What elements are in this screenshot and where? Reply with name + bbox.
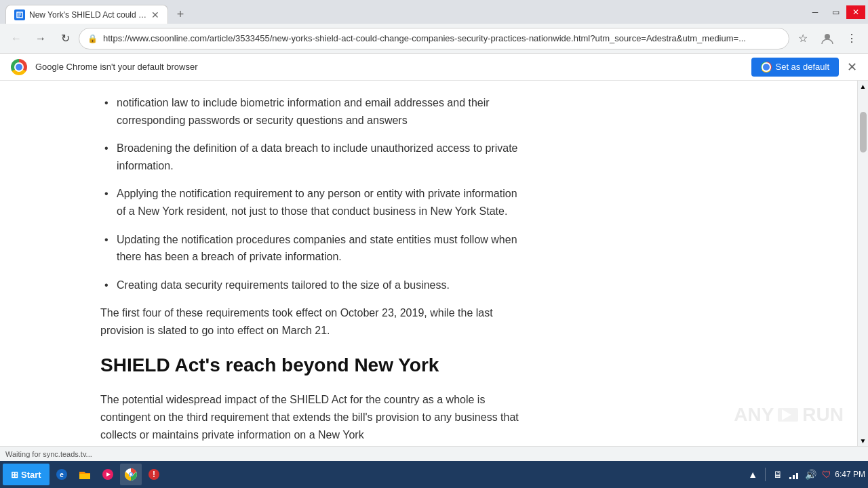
menu-button[interactable]: ⋮ <box>841 28 863 49</box>
tray-antivirus-icon[interactable]: 🛡 <box>820 468 833 481</box>
paragraph-2: The potential widespread impact of the S… <box>100 391 521 443</box>
status-bar: Waiting for sync.teads.tv... <box>0 446 868 461</box>
svg-rect-11 <box>793 475 795 479</box>
list-item: Updating the notification procedures com… <box>100 231 521 266</box>
taskbar-folder-icon[interactable] <box>74 464 96 485</box>
active-tab[interactable]: New York's SHIELD Act could change ✕ <box>5 5 168 24</box>
tab-title: New York's SHIELD Act could change <box>29 10 147 20</box>
list-item: Applying the notification requirement to… <box>100 185 521 220</box>
scrollbar[interactable]: ▲ ▼ <box>857 81 868 446</box>
address-bar[interactable]: 🔒 https://www.csoonline.com/article/3533… <box>79 28 789 49</box>
lock-icon: 🔒 <box>87 34 98 43</box>
taskbar: ⊞ Start e ! ▲ 🖥 🔊 🛡 6:4 <box>0 461 868 488</box>
list-item: Broadening the definition of a data brea… <box>100 140 521 174</box>
tray-arrow-icon[interactable]: ▲ <box>746 468 760 481</box>
paragraph-1: The first four of these requirements too… <box>100 304 521 339</box>
close-window-button[interactable]: ✕ <box>846 5 865 19</box>
reload-button[interactable]: ↻ <box>54 28 76 49</box>
close-notification-button[interactable]: ✕ <box>847 60 857 75</box>
list-item: notification law to include biometric in… <box>100 94 521 129</box>
list-item: Creating data security requirements tail… <box>100 277 521 294</box>
forward-button[interactable]: → <box>30 28 52 49</box>
notification-text: Google Chrome isn't your default browser <box>35 62 743 72</box>
set-default-chrome-icon <box>761 62 772 73</box>
watermark-text-any: ANY <box>734 404 774 426</box>
watermark-text-run: RUN <box>802 404 844 426</box>
maximize-button[interactable]: ▭ <box>826 5 845 19</box>
clock-time: 6:47 PM <box>835 470 865 479</box>
svg-rect-10 <box>789 477 791 479</box>
status-text: Waiting for sync.teads.tv... <box>5 450 92 458</box>
svg-point-7 <box>130 473 132 476</box>
minimize-button[interactable]: ─ <box>806 5 825 19</box>
svg-rect-12 <box>796 473 798 479</box>
svg-text:e: e <box>60 471 64 479</box>
tray-icons: ▲ 🖥 🔊 🛡 <box>746 468 833 481</box>
section-heading: SHIELD Act's reach beyond New York <box>100 350 521 381</box>
scroll-up-button[interactable]: ▲ <box>858 81 869 92</box>
close-tab-button[interactable]: ✕ <box>151 9 159 20</box>
tray-monitor-icon[interactable]: 🖥 <box>771 468 785 481</box>
taskbar-media-icon[interactable] <box>97 464 119 485</box>
play-icon <box>782 409 791 420</box>
back-button[interactable]: ← <box>5 28 27 49</box>
svg-text:!: ! <box>153 470 155 479</box>
clock: 6:47 PM <box>835 470 865 479</box>
taskbar-security-icon[interactable]: ! <box>143 464 165 485</box>
tray-volume-icon[interactable]: 🔊 <box>804 468 817 481</box>
bullet-list: notification law to include biometric in… <box>100 94 521 293</box>
tray-network-icon[interactable] <box>787 468 801 481</box>
notification-bar: Google Chrome isn't your default browser… <box>0 54 868 81</box>
start-button[interactable]: ⊞ Start <box>3 464 50 485</box>
url-text: https://www.csoonline.com/article/353345… <box>103 33 781 43</box>
watermark: ANY RUN <box>734 404 844 426</box>
scroll-down-button[interactable]: ▼ <box>858 435 869 446</box>
start-icon: ⊞ <box>11 470 18 480</box>
taskbar-ie-icon[interactable]: e <box>51 464 73 485</box>
article-content: notification law to include biometric in… <box>0 81 857 446</box>
svg-point-0 <box>825 34 830 39</box>
taskbar-chrome-icon[interactable] <box>120 464 142 485</box>
scrollbar-track[interactable] <box>858 92 868 435</box>
chrome-logo-icon <box>11 59 27 75</box>
set-default-button[interactable]: Set as default <box>751 58 840 77</box>
new-tab-button[interactable]: + <box>171 5 190 24</box>
bookmark-button[interactable]: ☆ <box>792 28 814 49</box>
scrollbar-thumb[interactable] <box>860 112 867 152</box>
profile-button[interactable] <box>816 28 838 49</box>
tab-favicon <box>14 9 25 20</box>
